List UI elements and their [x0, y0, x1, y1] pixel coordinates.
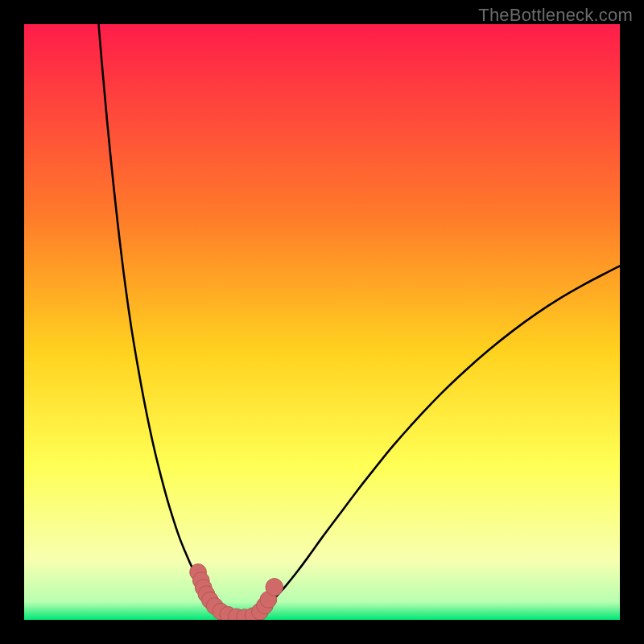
gradient-background: [24, 24, 620, 620]
chart-frame: TheBottleneck.com: [0, 0, 644, 644]
data-marker: [266, 579, 283, 596]
chart-svg: [24, 24, 620, 620]
watermark-text: TheBottleneck.com: [478, 5, 633, 26]
plot-area: [24, 24, 620, 620]
